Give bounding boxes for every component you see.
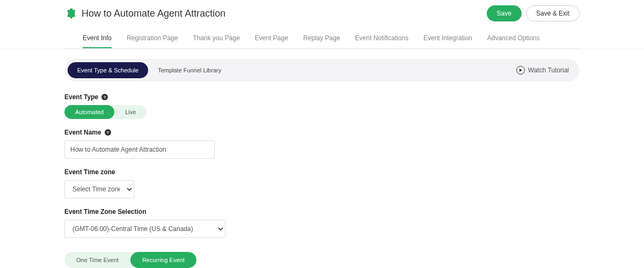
help-icon[interactable]: ?: [105, 129, 111, 136]
timezone-select-label: Event Time Zone Selection: [64, 208, 146, 215]
tab-event-info[interactable]: Event Info: [83, 31, 112, 48]
tab-event-notifications[interactable]: Event Notifications: [355, 31, 408, 48]
tab-registration-page[interactable]: Registration Page: [127, 31, 178, 48]
gear-icon: [64, 8, 76, 19]
recurrence-toggle: One Time Event Recurring Event: [64, 252, 196, 268]
save-exit-button[interactable]: Save & Exit: [526, 5, 580, 21]
event-name-label: Event Name: [64, 129, 101, 136]
event-type-toggle: Automated Live: [64, 105, 147, 119]
sub-tabs-bar: Event Type & Schedule Template Funnel Li…: [64, 59, 580, 81]
timezone-select[interactable]: (GMT-06:00)-Central Time (US & Canada): [64, 220, 225, 238]
watch-tutorial-label: Watch Tutorial: [528, 66, 569, 74]
subtab-template-library[interactable]: Template Funnel Library: [148, 62, 231, 78]
timezone-strategy-select[interactable]: Select Time zone: [64, 180, 134, 198]
event-name-input[interactable]: [64, 140, 215, 159]
event-type-label: Event Type: [64, 93, 98, 101]
recurrence-one-time[interactable]: One Time Event: [64, 252, 130, 268]
tab-event-integration[interactable]: Event Integration: [423, 31, 472, 48]
tab-replay-page[interactable]: Replay Page: [303, 31, 340, 48]
main-tabs: Event Info Registration Page Thank you P…: [64, 31, 580, 49]
timezone-strategy-label: Event Time zone: [64, 168, 115, 176]
tab-event-page[interactable]: Event Page: [255, 31, 288, 48]
event-type-automated[interactable]: Automated: [64, 105, 114, 119]
watch-tutorial-link[interactable]: Watch Tutorial: [516, 66, 576, 75]
play-icon: [516, 66, 525, 75]
tab-advanced-options[interactable]: Advanced Options: [487, 31, 540, 48]
subtab-event-type-schedule[interactable]: Event Type & Schedule: [68, 62, 148, 78]
save-button[interactable]: Save: [487, 5, 522, 21]
page-title: How to Automate Agent Attraction: [82, 8, 225, 19]
tab-thank-you-page[interactable]: Thank you Page: [193, 31, 239, 48]
recurrence-recurring[interactable]: Recurring Event: [130, 252, 196, 268]
event-type-live[interactable]: Live: [114, 105, 147, 119]
help-icon[interactable]: ?: [101, 94, 108, 100]
